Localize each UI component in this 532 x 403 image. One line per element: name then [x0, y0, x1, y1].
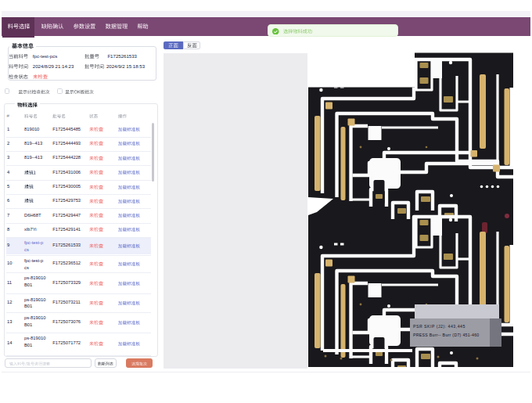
svg-text:PSR SKIP (J2): 443,445: PSR SKIP (J2): 443,445	[413, 324, 466, 329]
svg-text:PRESS Burr-- Burr (D7) 451-460: PRESS Burr-- Burr (D7) 451-460	[413, 333, 480, 337]
